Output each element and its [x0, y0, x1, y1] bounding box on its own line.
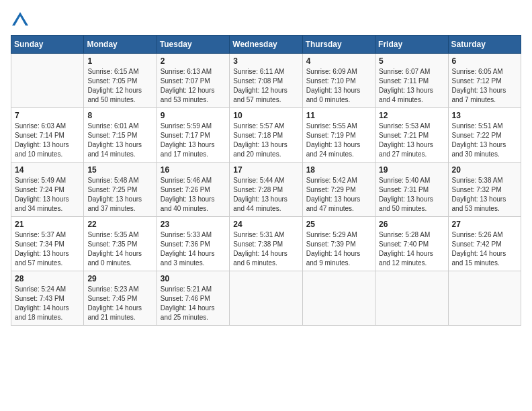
day-info: Sunrise: 5:49 AMSunset: 7:24 PMDaylight:… — [15, 176, 80, 214]
day-of-week-saturday: Saturday — [448, 36, 521, 54]
calendar-cell: 25Sunrise: 5:29 AMSunset: 7:39 PMDayligh… — [302, 217, 375, 271]
day-number: 4 — [306, 56, 371, 66]
day-info: Sunrise: 6:09 AMSunset: 7:10 PMDaylight:… — [306, 67, 371, 105]
day-info: Sunrise: 5:46 AMSunset: 7:26 PMDaylight:… — [161, 176, 226, 214]
day-info: Sunrise: 5:42 AMSunset: 7:29 PMDaylight:… — [306, 176, 371, 214]
day-number: 9 — [161, 111, 226, 120]
calendar-table: SundayMondayTuesdayWednesdayThursdayFrid… — [11, 35, 521, 326]
logo — [11, 11, 32, 30]
day-info: Sunrise: 5:24 AMSunset: 7:43 PMDaylight:… — [15, 285, 80, 322]
calendar-cell: 30Sunrise: 5:21 AMSunset: 7:46 PMDayligh… — [157, 271, 229, 326]
calendar-cell: 4Sunrise: 6:09 AMSunset: 7:10 PMDaylight… — [302, 54, 375, 108]
day-number: 21 — [15, 220, 80, 229]
day-info: Sunrise: 5:40 AMSunset: 7:31 PMDaylight:… — [379, 176, 444, 214]
day-info: Sunrise: 5:33 AMSunset: 7:36 PMDaylight:… — [161, 230, 226, 268]
day-of-week-thursday: Thursday — [302, 36, 375, 54]
calendar-cell — [230, 271, 302, 326]
day-number: 13 — [452, 111, 517, 120]
day-info: Sunrise: 5:44 AMSunset: 7:28 PMDaylight:… — [233, 176, 298, 214]
calendar-cell: 10Sunrise: 5:57 AMSunset: 7:18 PMDayligh… — [230, 108, 302, 163]
calendar-cell: 12Sunrise: 5:53 AMSunset: 7:21 PMDayligh… — [375, 108, 448, 163]
calendar-cell: 17Sunrise: 5:44 AMSunset: 7:28 PMDayligh… — [230, 163, 302, 217]
calendar-week-1: 1Sunrise: 6:15 AMSunset: 7:05 PMDaylight… — [11, 54, 521, 108]
day-number: 12 — [379, 111, 444, 120]
calendar-cell — [448, 271, 521, 326]
day-number: 1 — [87, 56, 152, 66]
day-info: Sunrise: 5:37 AMSunset: 7:34 PMDaylight:… — [15, 230, 80, 268]
day-of-week-tuesday: Tuesday — [157, 36, 229, 54]
day-number: 27 — [452, 220, 517, 229]
day-number: 10 — [233, 111, 298, 120]
day-number: 19 — [379, 165, 444, 175]
calendar-cell: 27Sunrise: 5:26 AMSunset: 7:42 PMDayligh… — [448, 217, 521, 271]
calendar-cell: 3Sunrise: 6:11 AMSunset: 7:08 PMDaylight… — [230, 54, 302, 108]
day-info: Sunrise: 6:15 AMSunset: 7:05 PMDaylight:… — [87, 67, 152, 105]
day-info: Sunrise: 5:57 AMSunset: 7:18 PMDaylight:… — [233, 122, 298, 159]
day-number: 26 — [379, 220, 444, 229]
calendar-cell: 16Sunrise: 5:46 AMSunset: 7:26 PMDayligh… — [157, 163, 229, 217]
calendar-cell: 13Sunrise: 5:51 AMSunset: 7:22 PMDayligh… — [448, 108, 521, 163]
calendar-cell: 18Sunrise: 5:42 AMSunset: 7:29 PMDayligh… — [302, 163, 375, 217]
day-info: Sunrise: 5:59 AMSunset: 7:17 PMDaylight:… — [161, 122, 226, 159]
calendar-cell: 20Sunrise: 5:38 AMSunset: 7:32 PMDayligh… — [448, 163, 521, 217]
calendar-cell: 2Sunrise: 6:13 AMSunset: 7:07 PMDaylight… — [157, 54, 229, 108]
day-info: Sunrise: 5:23 AMSunset: 7:45 PMDaylight:… — [87, 285, 152, 322]
day-number: 5 — [379, 56, 444, 66]
day-number: 14 — [15, 165, 80, 175]
calendar-cell: 14Sunrise: 5:49 AMSunset: 7:24 PMDayligh… — [11, 163, 84, 217]
calendar-cell: 8Sunrise: 6:01 AMSunset: 7:15 PMDaylight… — [84, 108, 157, 163]
day-of-week-monday: Monday — [84, 36, 157, 54]
day-number: 11 — [306, 111, 371, 120]
day-info: Sunrise: 5:55 AMSunset: 7:19 PMDaylight:… — [306, 122, 371, 159]
day-info: Sunrise: 6:01 AMSunset: 7:15 PMDaylight:… — [87, 122, 152, 159]
calendar-cell: 11Sunrise: 5:55 AMSunset: 7:19 PMDayligh… — [302, 108, 375, 163]
calendar-cell — [302, 271, 375, 326]
day-number: 24 — [233, 220, 298, 229]
calendar-cell: 24Sunrise: 5:31 AMSunset: 7:38 PMDayligh… — [230, 217, 302, 271]
calendar-cell: 22Sunrise: 5:35 AMSunset: 7:35 PMDayligh… — [84, 217, 157, 271]
day-info: Sunrise: 6:05 AMSunset: 7:12 PMDaylight:… — [452, 67, 517, 105]
day-info: Sunrise: 6:07 AMSunset: 7:11 PMDaylight:… — [379, 67, 444, 105]
day-number: 15 — [87, 165, 152, 175]
day-number: 6 — [452, 56, 517, 66]
day-info: Sunrise: 5:29 AMSunset: 7:39 PMDaylight:… — [306, 230, 371, 268]
day-number: 29 — [87, 274, 152, 283]
day-number: 8 — [87, 111, 152, 120]
day-number: 17 — [233, 165, 298, 175]
calendar-cell: 9Sunrise: 5:59 AMSunset: 7:17 PMDaylight… — [157, 108, 229, 163]
calendar-cell: 5Sunrise: 6:07 AMSunset: 7:11 PMDaylight… — [375, 54, 448, 108]
day-number: 3 — [233, 56, 298, 66]
calendar-header-row: SundayMondayTuesdayWednesdayThursdayFrid… — [11, 36, 521, 54]
day-info: Sunrise: 5:51 AMSunset: 7:22 PMDaylight:… — [452, 122, 517, 159]
day-of-week-sunday: Sunday — [11, 36, 84, 54]
calendar-week-5: 28Sunrise: 5:24 AMSunset: 7:43 PMDayligh… — [11, 271, 521, 326]
day-number: 7 — [15, 111, 80, 120]
calendar-cell: 19Sunrise: 5:40 AMSunset: 7:31 PMDayligh… — [375, 163, 448, 217]
day-info: Sunrise: 5:26 AMSunset: 7:42 PMDaylight:… — [452, 230, 517, 268]
calendar-cell: 7Sunrise: 6:03 AMSunset: 7:14 PMDaylight… — [11, 108, 84, 163]
calendar-cell: 21Sunrise: 5:37 AMSunset: 7:34 PMDayligh… — [11, 217, 84, 271]
calendar-cell: 23Sunrise: 5:33 AMSunset: 7:36 PMDayligh… — [157, 217, 229, 271]
day-info: Sunrise: 5:28 AMSunset: 7:40 PMDaylight:… — [379, 230, 444, 268]
calendar-cell: 15Sunrise: 5:48 AMSunset: 7:25 PMDayligh… — [84, 163, 157, 217]
calendar-cell — [375, 271, 448, 326]
day-info: Sunrise: 6:11 AMSunset: 7:08 PMDaylight:… — [233, 67, 298, 105]
calendar-cell: 29Sunrise: 5:23 AMSunset: 7:45 PMDayligh… — [84, 271, 157, 326]
logo-icon — [11, 11, 30, 30]
day-number: 23 — [161, 220, 226, 229]
day-number: 22 — [87, 220, 152, 229]
day-info: Sunrise: 5:35 AMSunset: 7:35 PMDaylight:… — [87, 230, 152, 268]
day-of-week-wednesday: Wednesday — [230, 36, 302, 54]
day-number: 16 — [161, 165, 226, 175]
calendar-week-2: 7Sunrise: 6:03 AMSunset: 7:14 PMDaylight… — [11, 108, 521, 163]
day-info: Sunrise: 5:38 AMSunset: 7:32 PMDaylight:… — [452, 176, 517, 214]
day-info: Sunrise: 5:53 AMSunset: 7:21 PMDaylight:… — [379, 122, 444, 159]
day-number: 30 — [161, 274, 226, 283]
day-number: 18 — [306, 165, 371, 175]
calendar-cell: 26Sunrise: 5:28 AMSunset: 7:40 PMDayligh… — [375, 217, 448, 271]
calendar-cell: 28Sunrise: 5:24 AMSunset: 7:43 PMDayligh… — [11, 271, 84, 326]
day-number: 25 — [306, 220, 371, 229]
calendar-week-4: 21Sunrise: 5:37 AMSunset: 7:34 PMDayligh… — [11, 217, 521, 271]
day-number: 2 — [161, 56, 226, 66]
day-info: Sunrise: 5:48 AMSunset: 7:25 PMDaylight:… — [87, 176, 152, 214]
